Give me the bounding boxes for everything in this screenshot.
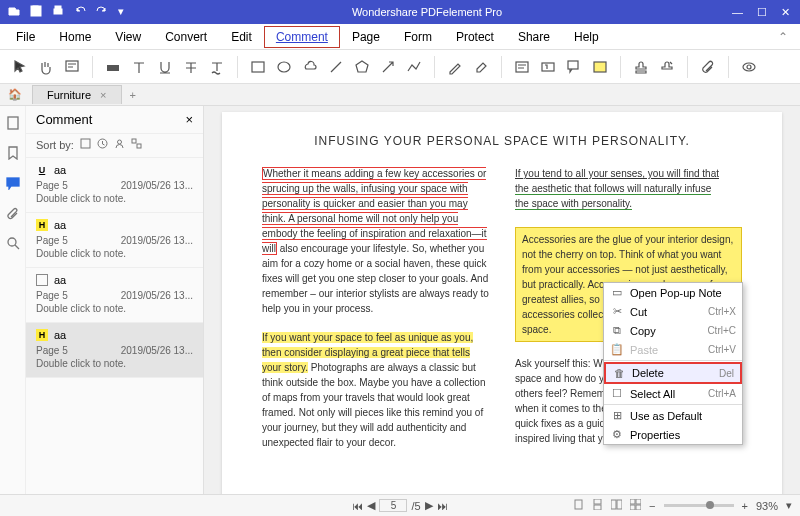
typewriter-icon[interactable] [512, 57, 532, 77]
view-two-cont-icon[interactable] [630, 499, 641, 512]
maximize-button[interactable]: ☐ [757, 6, 767, 19]
text-tool-icon[interactable] [129, 57, 149, 77]
oval-shape-icon[interactable] [274, 57, 294, 77]
ctx-use-as-default[interactable]: ⊞Use as Default [604, 406, 742, 425]
textbox-icon[interactable] [538, 57, 558, 77]
panel-close-icon[interactable]: × [185, 112, 193, 127]
page-input[interactable]: 5 [379, 499, 407, 512]
tab-close-icon[interactable]: × [100, 89, 106, 101]
menu-page[interactable]: Page [340, 26, 392, 48]
svg-rect-6 [252, 62, 264, 72]
menu-file[interactable]: File [4, 26, 47, 48]
last-page-icon[interactable]: ⏭ [437, 500, 448, 512]
zoom-dropdown-icon[interactable]: ▾ [786, 499, 792, 512]
menu-edit[interactable]: Edit [219, 26, 264, 48]
close-button[interactable]: ✕ [781, 6, 790, 19]
cloud-shape-icon[interactable] [300, 57, 320, 77]
ctx-shortcut: Ctrl+C [707, 325, 736, 336]
attachment-icon[interactable] [698, 57, 718, 77]
comment-note: Double click to note. [36, 303, 193, 314]
svg-rect-14 [8, 117, 18, 129]
stamp-icon[interactable] [631, 57, 651, 77]
note-tool-icon[interactable] [62, 57, 82, 77]
menu-protect[interactable]: Protect [444, 26, 506, 48]
comments-icon[interactable] [6, 176, 20, 194]
ctx-delete[interactable]: 🗑DeleteDel [604, 362, 742, 384]
menu-form[interactable]: Form [392, 26, 444, 48]
svg-rect-26 [617, 500, 622, 509]
sort-page-icon[interactable] [80, 138, 91, 151]
custom-stamp-icon[interactable] [657, 57, 677, 77]
pencil-icon[interactable] [445, 57, 465, 77]
save-icon[interactable] [30, 5, 42, 19]
hand-tool-icon[interactable] [36, 57, 56, 77]
redo-icon[interactable] [96, 5, 108, 19]
menu-home[interactable]: Home [47, 26, 103, 48]
zoom-out-icon[interactable]: − [649, 500, 655, 512]
ctx-properties[interactable]: ⚙Properties [604, 425, 742, 444]
ctx-icon: 🗑 [612, 367, 626, 379]
zoom-in-icon[interactable]: + [742, 500, 748, 512]
menu-convert[interactable]: Convert [153, 26, 219, 48]
comment-panel: Comment × Sort by: Uaa Page 52019/05/26 … [26, 106, 204, 494]
strikeout-icon[interactable] [181, 57, 201, 77]
menu-comment[interactable]: Comment [264, 26, 340, 48]
ctx-select-all[interactable]: ☐Select AllCtrl+A [604, 384, 742, 403]
sort-author-icon[interactable] [114, 138, 125, 151]
comment-item[interactable]: Haa Page 52019/05/26 13... Double click … [26, 213, 203, 268]
ctx-open-pop-up-note[interactable]: ▭Open Pop-up Note [604, 283, 742, 302]
polygon-shape-icon[interactable] [352, 57, 372, 77]
rect-shape-icon[interactable] [248, 57, 268, 77]
menu-share[interactable]: Share [506, 26, 562, 48]
attachments-icon[interactable] [6, 206, 20, 224]
zoom-slider[interactable] [664, 504, 734, 507]
context-menu: ▭Open Pop-up Note✂CutCtrl+X⧉CopyCtrl+C📋P… [603, 282, 743, 445]
print-icon[interactable] [52, 5, 64, 19]
para-underline-3[interactable]: the space with personality. [515, 198, 632, 210]
connected-line-icon[interactable] [404, 57, 424, 77]
collapse-ribbon-icon[interactable]: ⌃ [770, 30, 796, 44]
arrow-shape-icon[interactable] [378, 57, 398, 77]
sort-time-icon[interactable] [97, 138, 108, 151]
para-boxed[interactable]: Whether it means adding a few key access… [262, 167, 487, 255]
qa-dropdown-icon[interactable]: ▾ [118, 5, 124, 19]
menu-help[interactable]: Help [562, 26, 611, 48]
ctx-copy[interactable]: ⧉CopyCtrl+C [604, 321, 742, 340]
area-highlight-icon[interactable] [590, 57, 610, 77]
ctx-label: Use as Default [630, 410, 730, 422]
thumbnails-icon[interactable] [6, 116, 20, 134]
comment-item[interactable]: aa Page 52019/05/26 13... Double click t… [26, 268, 203, 323]
para-underline-1[interactable]: If you tend to all your senses, you will… [515, 168, 719, 179]
tab-add-icon[interactable]: + [130, 89, 136, 101]
underline-icon[interactable] [155, 57, 175, 77]
next-page-icon[interactable]: ▶ [425, 499, 433, 512]
hide-annots-icon[interactable] [739, 57, 759, 77]
highlight-icon[interactable] [103, 57, 123, 77]
select-tool-icon[interactable] [10, 57, 30, 77]
bookmarks-icon[interactable] [6, 146, 20, 164]
search-rail-icon[interactable] [6, 236, 20, 254]
ctx-cut[interactable]: ✂CutCtrl+X [604, 302, 742, 321]
prev-page-icon[interactable]: ◀ [367, 499, 375, 512]
comment-note: Double click to note. [36, 193, 193, 204]
comment-item[interactable]: Haa Page 52019/05/26 13... Double click … [26, 323, 203, 378]
svg-rect-9 [542, 63, 554, 71]
comment-item[interactable]: Uaa Page 52019/05/26 13... Double click … [26, 158, 203, 213]
open-icon[interactable] [8, 5, 20, 19]
view-single-icon[interactable] [573, 499, 584, 512]
sort-type-icon[interactable] [131, 138, 142, 151]
first-page-icon[interactable]: ⏮ [352, 500, 363, 512]
home-tab-icon[interactable]: 🏠 [8, 88, 22, 101]
view-two-icon[interactable] [611, 499, 622, 512]
para-underline-2[interactable]: the aesthetic that follows will naturall… [515, 183, 711, 195]
doc-tab[interactable]: Furniture × [32, 85, 122, 104]
minimize-button[interactable]: ― [732, 6, 743, 19]
squiggly-icon[interactable] [207, 57, 227, 77]
menu-view[interactable]: View [103, 26, 153, 48]
view-cont-icon[interactable] [592, 499, 603, 512]
eraser-icon[interactable] [471, 57, 491, 77]
svg-rect-15 [7, 178, 19, 186]
callout-icon[interactable] [564, 57, 584, 77]
undo-icon[interactable] [74, 5, 86, 19]
line-shape-icon[interactable] [326, 57, 346, 77]
